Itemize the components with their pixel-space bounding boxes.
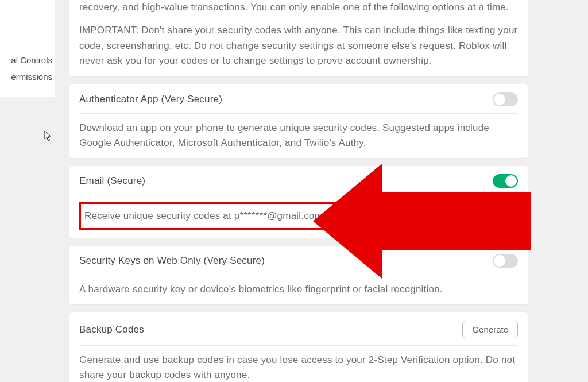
email-highlight-box: Receive unique security codes at p******… xyxy=(79,202,518,230)
security-keys-card: Security Keys on Web Only (Very Secure) … xyxy=(69,246,528,305)
authenticator-card: Authenticator App (Very Secure) Download… xyxy=(69,84,528,158)
security-keys-toggle[interactable] xyxy=(493,254,518,268)
backup-header: Backup Codes Generate xyxy=(79,321,518,346)
intro-text-2: IMPORTANT: Don't share your security cod… xyxy=(79,23,518,68)
generate-button[interactable]: Generate xyxy=(462,321,518,338)
authenticator-header: Authenticator App (Very Secure) xyxy=(79,92,518,114)
backup-title: Backup Codes xyxy=(79,324,144,335)
security-keys-title: Security Keys on Web Only (Very Secure) xyxy=(79,255,265,267)
main-content: recovery, and high-value transactions. Y… xyxy=(69,0,528,382)
backup-card: Backup Codes Generate Generate and use b… xyxy=(69,312,528,382)
cursor-icon xyxy=(44,130,53,142)
sidebar: al Controls ermissions xyxy=(0,0,55,97)
security-keys-header: Security Keys on Web Only (Very Secure) xyxy=(79,254,518,275)
authenticator-desc: Download an app on your phone to generat… xyxy=(79,114,518,150)
email-toggle[interactable] xyxy=(493,174,518,188)
email-card: Email (Secure) Receive unique security c… xyxy=(69,166,528,238)
email-header: Email (Secure) xyxy=(79,174,518,195)
toggle-knob xyxy=(494,94,505,105)
email-desc: Receive unique security codes at p******… xyxy=(84,209,513,223)
intro-text-1: recovery, and high-value transactions. Y… xyxy=(79,0,518,15)
authenticator-title: Authenticator App (Very Secure) xyxy=(79,94,222,105)
sidebar-item-controls[interactable]: al Controls xyxy=(0,52,52,68)
authenticator-toggle[interactable] xyxy=(493,92,518,106)
sidebar-item-permissions[interactable]: ermissions xyxy=(0,68,52,85)
intro-card: recovery, and high-value transactions. Y… xyxy=(69,0,528,76)
security-keys-desc: A hardware security key or device's biom… xyxy=(79,275,518,297)
backup-desc: Generate and use backup codes in case yo… xyxy=(79,346,518,382)
toggle-knob xyxy=(494,255,505,267)
toggle-knob xyxy=(505,175,517,187)
email-title: Email (Secure) xyxy=(79,175,145,187)
